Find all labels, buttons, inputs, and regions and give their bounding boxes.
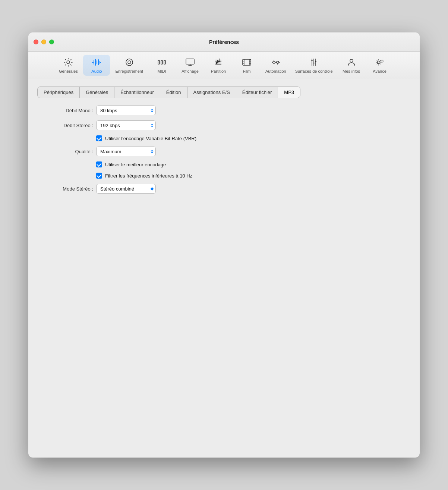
- toolbar-item-enregistrement[interactable]: Enregistrement: [111, 55, 147, 76]
- svg-point-2: [128, 61, 131, 64]
- debit-stereo-select[interactable]: 80 kbps 96 kbps 128 kbps 160 kbps 192 kb…: [96, 120, 156, 130]
- subtabs-bar: Périphériques Générales Échantillonneur …: [37, 87, 300, 98]
- user-icon: [346, 57, 357, 67]
- svg-point-17: [277, 61, 279, 63]
- svg-point-16: [273, 61, 275, 63]
- svg-rect-9: [243, 59, 251, 65]
- automation-icon: [271, 57, 281, 67]
- subtab-peripheriques[interactable]: Périphériques: [38, 87, 80, 98]
- svg-rect-5: [164, 60, 165, 64]
- toolbar-item-mesinfos[interactable]: Mes infos: [338, 55, 365, 76]
- filtrer-checkbox[interactable]: [96, 173, 102, 179]
- toolbar-label-automation: Automation: [265, 69, 286, 73]
- toolbar-item-affichage[interactable]: Affichage: [177, 55, 204, 76]
- debit-mono-select-wrapper: 80 kbps 96 kbps 128 kbps 160 kbps 192 kb…: [96, 106, 156, 115]
- vbr-checkbox[interactable]: [96, 135, 102, 141]
- record-icon: [124, 57, 135, 67]
- svg-rect-25: [313, 63, 315, 63]
- toolbar: Générales Audio Enregistrement: [28, 52, 420, 79]
- midi-icon: [157, 57, 167, 67]
- toolbar-label-surfaces: Surfaces de contrôle: [295, 69, 333, 73]
- mode-stereo-select[interactable]: Stéréo combiné Stéréo normal Mono: [96, 184, 156, 194]
- advanced-gear-icon: [375, 57, 385, 67]
- toolbar-item-generales[interactable]: Générales: [55, 55, 82, 76]
- toolbar-label-partition: Partition: [211, 69, 226, 73]
- window-title: Préférences: [209, 39, 239, 45]
- mp3-settings-form: Débit Mono : 80 kbps 96 kbps 128 kbps 16…: [37, 106, 411, 194]
- qualite-label: Qualité :: [45, 149, 93, 154]
- svg-point-28: [377, 61, 380, 64]
- svg-point-27: [350, 59, 353, 62]
- toolbar-item-film[interactable]: Film: [233, 55, 260, 76]
- toolbar-item-partition[interactable]: Partition: [205, 55, 232, 76]
- toolbar-label-film: Film: [243, 69, 251, 73]
- svg-rect-4: [161, 60, 163, 64]
- svg-point-29: [381, 60, 383, 62]
- surfaces-icon: [309, 57, 319, 67]
- close-button[interactable]: [34, 40, 38, 44]
- content-area: Périphériques Générales Échantillonneur …: [28, 79, 420, 458]
- minimize-button[interactable]: [41, 40, 46, 44]
- toolbar-item-surfaces[interactable]: Surfaces de contrôle: [291, 55, 337, 76]
- display-icon: [185, 57, 195, 67]
- debit-mono-select[interactable]: 80 kbps 96 kbps 128 kbps 160 kbps 192 kb…: [96, 106, 156, 115]
- subtab-mp3[interactable]: MP3: [278, 87, 300, 98]
- toolbar-item-audio[interactable]: Audio: [83, 55, 110, 76]
- toolbar-label-audio: Audio: [91, 69, 102, 73]
- svg-rect-26: [315, 61, 316, 62]
- debit-stereo-select-wrapper: 80 kbps 96 kbps 128 kbps 160 kbps 192 kb…: [96, 120, 156, 130]
- debit-stereo-row: Débit Stéréo : 80 kbps 96 kbps 128 kbps …: [45, 120, 411, 130]
- mode-stereo-row: Mode Stéréo : Stéréo combiné Stéréo norm…: [45, 184, 411, 194]
- subtab-echantillonneur[interactable]: Échantillonneur: [114, 87, 160, 98]
- svg-point-7: [216, 62, 218, 64]
- toolbar-label-mesinfos: Mes infos: [343, 69, 360, 73]
- titlebar: Préférences: [28, 32, 420, 52]
- subtab-assignations[interactable]: Assignations E/S: [187, 87, 236, 98]
- debit-mono-label: Débit Mono :: [45, 108, 93, 113]
- mode-stereo-label: Mode Stéréo :: [45, 186, 93, 192]
- meilleur-encodage-label: Utiliser le meilleur encodage: [105, 162, 166, 167]
- audio-wave-icon: [91, 57, 102, 67]
- debit-stereo-label: Débit Stéréo :: [45, 123, 93, 128]
- meilleur-encodage-checkbox[interactable]: [96, 161, 102, 167]
- subtab-edition[interactable]: Édition: [160, 87, 187, 98]
- vbr-row[interactable]: Utiliser l'encodage Variable Bit Rate (V…: [96, 135, 411, 141]
- debit-mono-row: Débit Mono : 80 kbps 96 kbps 128 kbps 16…: [45, 106, 411, 115]
- window-controls: [34, 40, 54, 44]
- svg-rect-6: [186, 59, 194, 64]
- toolbar-label-avance: Avancé: [373, 69, 387, 73]
- partition-icon: [213, 57, 224, 67]
- toolbar-label-affichage: Affichage: [182, 69, 199, 73]
- svg-point-8: [218, 61, 220, 63]
- subtab-generales[interactable]: Générales: [80, 87, 114, 98]
- preferences-window: Préférences Générales Audio: [28, 32, 420, 458]
- qualite-select-wrapper: Maximum Élevée Normale Basse: [96, 147, 156, 156]
- vbr-label: Utiliser l'encodage Variable Bit Rate (V…: [105, 136, 196, 141]
- svg-rect-3: [158, 60, 160, 64]
- toolbar-label-enregistrement: Enregistrement: [115, 69, 143, 73]
- svg-rect-24: [311, 60, 313, 61]
- meilleur-encodage-row[interactable]: Utiliser le meilleur encodage: [96, 161, 411, 167]
- toolbar-item-avance[interactable]: Avancé: [366, 55, 393, 76]
- filtrer-row[interactable]: Filtrer les fréquences inférieures à 10 …: [96, 173, 411, 179]
- toolbar-label-generales: Générales: [59, 69, 78, 73]
- film-icon: [242, 57, 252, 67]
- toolbar-label-midi: MIDI: [157, 69, 166, 73]
- gear-icon: [63, 57, 73, 67]
- maximize-button[interactable]: [49, 40, 54, 44]
- toolbar-item-midi[interactable]: MIDI: [148, 55, 175, 76]
- qualite-row: Qualité : Maximum Élevée Normale Basse: [45, 147, 411, 156]
- filtrer-label: Filtrer les fréquences inférieures à 10 …: [105, 173, 192, 179]
- svg-point-1: [126, 59, 133, 66]
- mode-stereo-select-wrapper: Stéréo combiné Stéréo normal Mono: [96, 184, 156, 194]
- qualite-select[interactable]: Maximum Élevée Normale Basse: [96, 147, 156, 156]
- toolbar-item-automation[interactable]: Automation: [262, 55, 290, 76]
- subtab-editeur[interactable]: Éditeur fichier: [236, 87, 278, 98]
- svg-point-0: [67, 61, 70, 64]
